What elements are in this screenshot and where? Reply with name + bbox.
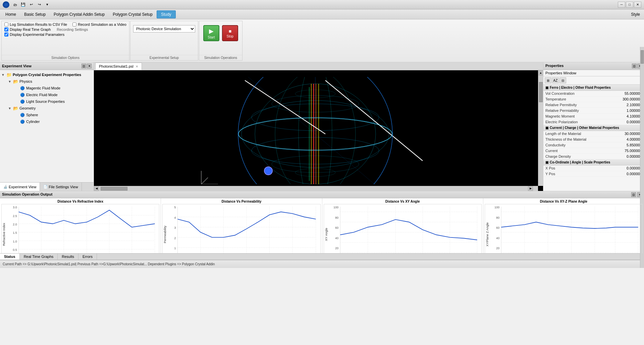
- props-az-button[interactable]: AZ: [552, 77, 559, 83]
- chart4-svg: 100 80 60 40 20 0 0 5 10 15 20 25 30 35 …: [485, 204, 642, 253]
- realtime-graphs-tab[interactable]: Real Time Graphs: [20, 254, 58, 260]
- tree-electric-item[interactable]: 🔵 Electric Fluid Mode: [15, 91, 92, 98]
- simulation-select[interactable]: Photonic Device Simulation Basic Simulat…: [133, 25, 195, 32]
- svg-text:3: 3: [174, 226, 176, 229]
- svg-text:5: 5: [174, 206, 176, 209]
- svg-text:Permeability: Permeability: [163, 225, 167, 243]
- props-section-current[interactable]: ▣ Current | Charge | Other Material Prop…: [543, 125, 644, 131]
- status-tab[interactable]: Status: [0, 254, 20, 260]
- file-tab-label: File Settings View: [49, 185, 78, 189]
- thickness-material-value[interactable]: 4.000000: [615, 137, 642, 141]
- chart1-area: 3.0 2.5 2.0 1.5 1.0 0.5 0.0 0 5 10 15 20…: [1, 204, 159, 253]
- charge-density-value[interactable]: 0.000000: [615, 154, 642, 158]
- tree-magnetic-item[interactable]: 🔵 Magentic Fluid Mode: [15, 85, 92, 91]
- menu-polygon-addin[interactable]: Polygon Crystal Addin Setup: [50, 11, 109, 18]
- svg-text:3.0: 3.0: [13, 206, 17, 209]
- relative-permiability-value[interactable]: 1.000000: [615, 109, 642, 113]
- menu-study[interactable]: Study: [157, 10, 176, 18]
- dropdown-button[interactable]: ▾: [44, 2, 51, 8]
- props-scroll-thumb[interactable]: [641, 50, 644, 64]
- quick-access-toolbar: 🗁 💾 ↩ ↪ ▾: [11, 2, 51, 8]
- tree-geometry-node: ▼ 📂 Geometry 🔵 Sphere: [8, 105, 92, 125]
- log-csv-checkbox[interactable]: [4, 22, 8, 26]
- experiment-view-tab[interactable]: 🔬 Experiment View: [0, 183, 40, 191]
- svg-text:1.5: 1.5: [13, 231, 17, 235]
- conductivity-value[interactable]: 5.850000: [615, 143, 642, 147]
- props-sort-button[interactable]: ⊞: [545, 77, 551, 83]
- errors-tab[interactable]: Errors: [78, 254, 97, 260]
- results-tab[interactable]: Results: [58, 254, 78, 260]
- scroll-up-button[interactable]: ▲: [538, 70, 543, 75]
- chart2-area: 5 4 3 2 1 0 0 5 10 15 20 25 30 35 40 45: [162, 204, 320, 253]
- chart4-area: 100 80 60 40 20 0 0 5 10 15 20 25 30 35 …: [485, 204, 643, 253]
- recording-settings-label: Recording Settings: [57, 27, 88, 31]
- svg-text:2: 2: [174, 236, 176, 240]
- panel-close-button[interactable]: ✕: [87, 64, 92, 68]
- prop-vol-concentration: Vol Concentration 55.000000: [543, 91, 644, 96]
- magnetic-moment-value[interactable]: 4.100000: [615, 114, 642, 118]
- maximize-button[interactable]: □: [626, 2, 633, 8]
- prop-thickness-material: Thickness of the Material 4.000000: [543, 137, 644, 142]
- chart-refractive-index: Distance Vs Refractive Index: [0, 198, 161, 253]
- properties-content: ▣ Ferro | Electro | Other Fluid Properti…: [543, 85, 644, 191]
- scroll-left-button[interactable]: ◀: [94, 186, 99, 191]
- chart2-svg: 5 4 3 2 1 0 0 5 10 15 20 25 30 35 40 45: [163, 204, 320, 253]
- stop-button[interactable]: ■ Stop: [222, 25, 238, 41]
- viewport-scrollbar-vertical[interactable]: ▲: [538, 70, 543, 186]
- record-video-checkbox[interactable]: [72, 22, 76, 26]
- viewport-tab[interactable]: PhotonicSimulat1.psl ✕: [95, 63, 142, 70]
- scroll-right-button[interactable]: ▶: [528, 186, 533, 191]
- style-label: Style: [631, 12, 643, 17]
- x-pos-value[interactable]: 0.000000: [615, 166, 642, 170]
- save-button[interactable]: 💾: [19, 2, 27, 8]
- menu-polygon-setup[interactable]: Polygon Crystal Setup: [109, 11, 157, 18]
- geometry-label: Geometry: [19, 106, 36, 110]
- tab-close-button[interactable]: ✕: [136, 65, 138, 68]
- scroll-thumb-horizontal[interactable]: [101, 187, 127, 191]
- y-pos-value[interactable]: 0.000000: [615, 172, 642, 176]
- minimize-button[interactable]: ─: [618, 2, 625, 8]
- conductivity-name: Conductivity: [545, 143, 615, 147]
- open-button[interactable]: 🗁: [11, 2, 19, 8]
- current-value[interactable]: 75.000000: [615, 149, 642, 153]
- props-grid-button[interactable]: ⊟: [559, 77, 566, 83]
- charts-area: Distance Vs Refractive Index: [0, 198, 644, 253]
- svg-text:40: 40: [335, 236, 338, 240]
- scroll-thumb-vertical[interactable]: [539, 82, 543, 102]
- props-section-ferro[interactable]: ▣ Ferro | Electro | Other Fluid Properti…: [543, 85, 644, 91]
- menu-home[interactable]: Home: [1, 11, 20, 18]
- experiment-tab-label: Experiment View: [9, 185, 36, 189]
- svg-text:60: 60: [335, 226, 338, 229]
- viewport-scrollbar-horizontal[interactable]: ◀ ▶: [94, 186, 538, 191]
- panel-float-button[interactable]: ◫: [82, 64, 86, 68]
- undo-button[interactable]: ↩: [28, 2, 35, 8]
- tree-geometry-item[interactable]: ▼ 📂 Geometry: [8, 105, 92, 112]
- file-settings-tab[interactable]: 📄 File Settings View: [40, 183, 82, 191]
- redo-button[interactable]: ↪: [36, 2, 43, 8]
- vol-concentration-value[interactable]: 55.000000: [615, 91, 642, 95]
- electric-polarization-value[interactable]: 0.000000: [615, 120, 642, 124]
- tree-cylinder-item[interactable]: 🔵 Cylinder: [15, 118, 92, 125]
- viewport-canvas[interactable]: ▲ ◀ ▶: [94, 70, 543, 191]
- params-checkbox[interactable]: [4, 32, 8, 37]
- menu-basic-setup[interactable]: Basic Setup: [20, 11, 50, 18]
- close-button[interactable]: ✕: [634, 2, 641, 8]
- props-section-coordinate[interactable]: ▣ Co-Ordinate | Angle | Scale Properties: [543, 159, 644, 165]
- tree-root-item[interactable]: ▼ 📁 Polygon Crystal Experiment Propertie…: [1, 71, 92, 78]
- start-button[interactable]: ▶ Start: [203, 25, 219, 41]
- props-float-button[interactable]: ◫: [632, 64, 637, 68]
- tree-physics-item[interactable]: ▼ 📂 Physics: [8, 78, 92, 85]
- svg-text:XY Angle: XY Angle: [324, 228, 328, 241]
- output-float-button[interactable]: ◫: [631, 192, 636, 197]
- relative-permitivity-value[interactable]: 2.100000: [615, 103, 642, 107]
- tree-sphere-item[interactable]: 🔵 Sphere: [15, 112, 92, 118]
- tree-light-source-item[interactable]: 🔵 Light Source Properties: [15, 98, 92, 105]
- temperature-value[interactable]: 300.000000: [615, 97, 642, 101]
- realtime-checkbox[interactable]: [4, 27, 8, 31]
- svg-text:80: 80: [335, 216, 338, 219]
- prop-length-material: Length of the Material 30.000000: [543, 131, 644, 137]
- prop-temperature: Temperature 300.000000: [543, 96, 644, 102]
- length-material-value[interactable]: 30.000000: [615, 132, 642, 136]
- x-pos-name: X Pos: [545, 166, 615, 170]
- tree-area: ▼ 📁 Polygon Crystal Experiment Propertie…: [0, 70, 94, 182]
